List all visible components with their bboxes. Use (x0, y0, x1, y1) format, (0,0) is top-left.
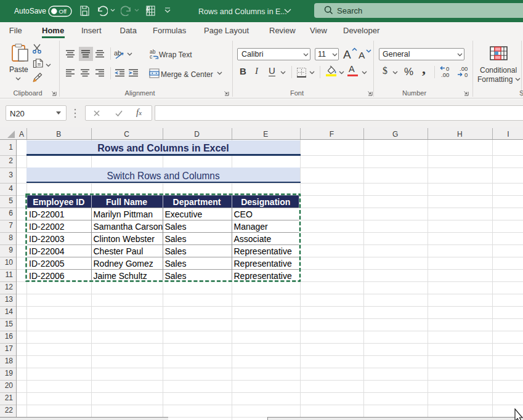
svg-text:.00: .00 (441, 71, 449, 78)
svg-text:0: 0 (464, 71, 468, 78)
svg-text:A: A (359, 50, 365, 60)
svg-text:A: A (343, 48, 351, 60)
svg-text:Off: Off (59, 7, 67, 14)
